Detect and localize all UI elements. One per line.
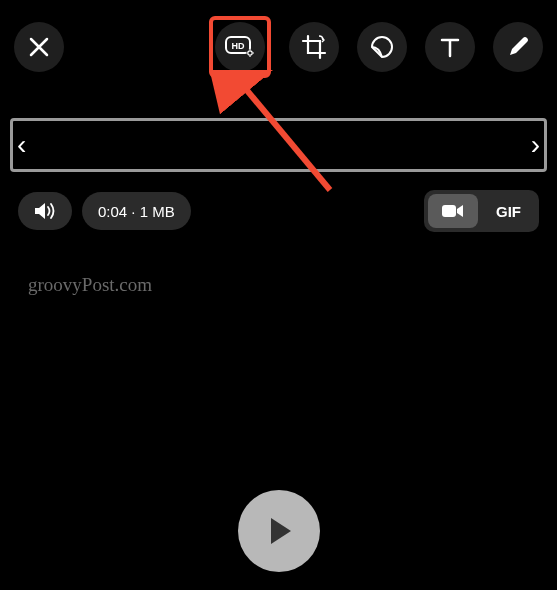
hd-highlight-annotation: HD [209, 16, 271, 78]
text-icon [439, 36, 461, 58]
text-button[interactable] [425, 22, 475, 72]
video-gif-toggle[interactable]: GIF [424, 190, 539, 232]
sticker-button[interactable] [357, 22, 407, 72]
pencil-icon [506, 35, 530, 59]
watermark-text: groovyPost.com [28, 274, 557, 296]
duration-size-label: 0:04 · 1 MB [82, 192, 191, 230]
trim-handle-left[interactable]: ‹ [17, 131, 26, 159]
video-trim-bar[interactable]: ‹ › [10, 118, 547, 172]
hd-icon: HD [225, 36, 255, 58]
crop-rotate-icon [301, 34, 327, 60]
play-button[interactable] [238, 490, 320, 572]
close-button[interactable] [14, 22, 64, 72]
video-icon [442, 204, 464, 218]
trim-handle-right[interactable]: › [531, 131, 540, 159]
gif-segment[interactable]: GIF [482, 194, 535, 228]
svg-text:HD: HD [232, 41, 245, 51]
close-icon [29, 37, 49, 57]
draw-button[interactable] [493, 22, 543, 72]
sound-on-icon [34, 202, 56, 220]
sticker-icon [369, 34, 395, 60]
video-segment[interactable] [428, 194, 478, 228]
hd-quality-button[interactable]: HD [215, 22, 265, 72]
play-icon [262, 514, 296, 548]
sound-toggle-button[interactable] [18, 192, 72, 230]
crop-rotate-button[interactable] [289, 22, 339, 72]
svg-rect-4 [442, 205, 456, 217]
